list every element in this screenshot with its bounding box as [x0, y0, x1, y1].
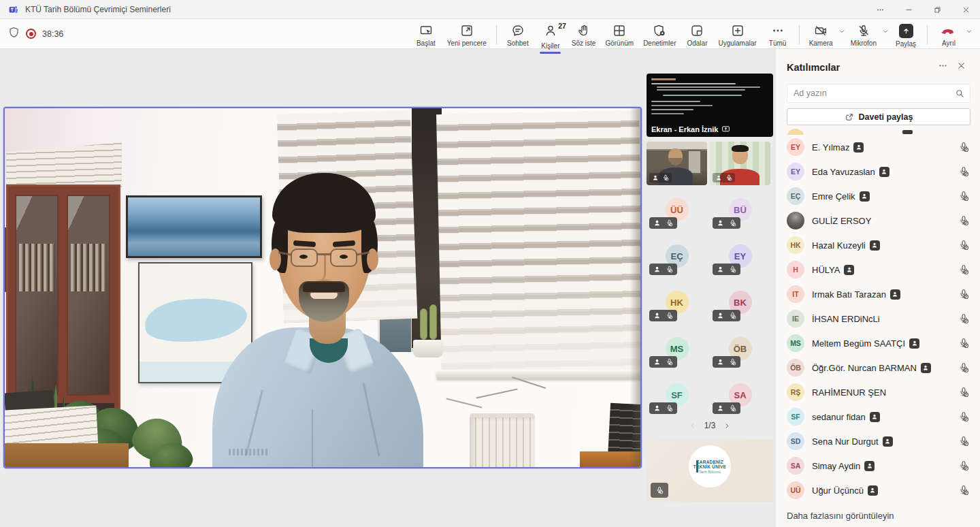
participant-tile[interactable]: SF — [647, 373, 707, 417]
share-button[interactable]: Paylaş — [889, 22, 922, 48]
avatar: SA — [787, 457, 804, 475]
attendee-badge-icon — [890, 289, 900, 300]
chat-button[interactable]: Sohbet — [502, 22, 534, 47]
mic-muted-icon — [958, 313, 969, 324]
toolbar-buttons: Başlat Yeni pencere Sohbet 27 Kişiler S — [410, 22, 973, 50]
search-input[interactable] — [787, 89, 970, 98]
panel-more-button[interactable] — [934, 59, 952, 76]
mic-chevron-icon[interactable] — [881, 27, 889, 35]
meeting-toolbar: 38:36 Başlat Yeni pencere Sohbet 27 — [0, 19, 980, 49]
tile-status-overlay — [649, 310, 677, 321]
mic-muted-icon — [958, 411, 969, 422]
chat-icon — [511, 24, 525, 37]
avatar: EY — [787, 163, 804, 180]
participant-tile[interactable]: EY — [710, 234, 770, 278]
participant-row[interactable]: GULİZ ERSOY — [776, 208, 980, 233]
teams-logo-icon — [8, 4, 19, 15]
page-prev-icon[interactable] — [689, 422, 696, 430]
participant-tile[interactable]: EÇ — [647, 234, 707, 278]
mic-muted-icon — [666, 404, 673, 412]
screen-start-icon — [419, 24, 433, 37]
university-logo-tile[interactable]: KARADENİZ TEKNİK ÜNİVE Tarih Bölümü — [647, 439, 773, 502]
participant-list: EY E. Yılmaz EY Eda Yavuzaslan EÇ Emre Ç… — [776, 135, 980, 502]
video-status-overlay — [713, 173, 735, 182]
mic-muted-icon — [958, 166, 969, 177]
attendee-badge-icon — [652, 174, 659, 181]
panel-close-button[interactable] — [952, 59, 970, 76]
toolbar-divider — [496, 25, 497, 44]
mic-muted-icon — [958, 142, 969, 153]
avatar: IE — [787, 310, 804, 328]
participant-tile[interactable]: HK — [647, 281, 707, 324]
attendee-badge-icon — [715, 174, 722, 181]
share-invite-button[interactable]: Daveti paylaş — [787, 108, 970, 125]
camera-chevron-icon[interactable] — [838, 27, 846, 35]
controls-button[interactable]: Denetimler — [638, 22, 681, 47]
cactus-plant — [417, 304, 440, 341]
titlebar-more-button[interactable] — [866, 0, 894, 19]
recording-indicator-icon — [26, 29, 36, 39]
clipped-participant-row — [776, 127, 980, 135]
participant-tile[interactable]: BÜ — [710, 188, 770, 231]
main-speaker-video[interactable]: Erkan Iznik — [3, 107, 642, 468]
attendee-badge-icon — [921, 363, 931, 373]
participant-video-thumbnail[interactable] — [710, 142, 770, 185]
participant-tile[interactable]: SA — [710, 373, 770, 417]
people-button[interactable]: 27 Kişiler — [534, 22, 567, 50]
participant-row[interactable]: SF sedanur fidan — [776, 404, 980, 429]
start-button[interactable]: Başlat — [410, 22, 442, 47]
avatar: MS — [787, 334, 804, 352]
panel-header: Katılımcılar — [776, 49, 980, 82]
leave-chevron-icon[interactable] — [965, 27, 973, 35]
participant-tile[interactable]: BK — [710, 281, 770, 324]
participant-row[interactable]: H HÜLYA — [776, 257, 980, 282]
participant-row[interactable]: RŞ RAHİMENUR ŞEN — [776, 380, 980, 404]
attendee-badge-icon — [653, 312, 661, 319]
restore-button[interactable] — [923, 0, 951, 19]
mic-muted-icon — [958, 460, 969, 471]
window-controls — [866, 0, 980, 19]
mic-off-icon — [857, 24, 870, 37]
participant-video-thumbnail[interactable] — [647, 142, 707, 185]
leave-button[interactable]: Ayrıl — [932, 22, 965, 47]
new-window-icon — [460, 24, 474, 37]
minimize-button[interactable] — [894, 0, 923, 19]
window-sill — [436, 370, 642, 379]
more-button[interactable]: Tümü — [762, 22, 794, 47]
screenshare-thumbnail[interactable]: Ekran - Erkan İznik — [647, 74, 773, 137]
raise-hand-button[interactable]: Söz iste — [567, 22, 601, 47]
participant-row[interactable]: ÖB Öğr.Gör. Nurcan BARMAN — [776, 355, 980, 380]
speaker-eye — [340, 255, 348, 259]
camera-button[interactable]: Kamera — [804, 22, 838, 47]
participant-row[interactable]: IT Irmak Batı Tarazan — [776, 282, 980, 306]
shield-gear-icon — [653, 24, 666, 37]
apps-button[interactable]: Uygulamalar — [713, 22, 761, 47]
mic-button[interactable]: Mikrofon — [846, 22, 881, 47]
participant-row[interactable]: MS Meltem Begüm SAATÇI — [776, 331, 980, 355]
participant-tile[interactable]: MS — [647, 327, 707, 370]
page-next-icon[interactable] — [723, 422, 731, 430]
share-screen-icon — [899, 24, 913, 38]
show-more-link[interactable]: Daha fazlasını görüntüleyin — [776, 502, 980, 527]
tile-status-overlay — [651, 483, 668, 498]
participant-tile[interactable]: ÖB — [710, 327, 770, 370]
participant-row[interactable]: EÇ Emre Çelik — [776, 184, 980, 208]
participant-tile[interactable]: ÜÜ — [647, 188, 707, 231]
view-button[interactable]: Görünüm — [600, 22, 638, 47]
close-button[interactable] — [951, 0, 980, 19]
participant-row[interactable]: EY E. Yılmaz — [776, 135, 980, 159]
tile-status-overlay — [649, 217, 677, 229]
titlebar: KTÜ Tarih Bölümü Çevrimiçi Seminerleri — [0, 0, 980, 19]
participant-row[interactable]: SD Sena Nur Durgut — [776, 429, 980, 453]
participant-row[interactable]: HK Hazal Kuzeyli — [776, 233, 980, 257]
tile-status-overlay — [713, 217, 740, 229]
rooms-button[interactable]: Odalar — [681, 22, 713, 47]
attendee-badge-icon — [653, 266, 661, 273]
participant-row[interactable]: UÜ Uğur Üçüncü — [776, 478, 980, 502]
participant-row[interactable]: EY Eda Yavuzaslan — [776, 159, 980, 184]
new-window-button[interactable]: Yeni pencere — [442, 22, 491, 47]
screenshare-icon — [721, 125, 730, 133]
tile-status-overlay — [649, 356, 677, 368]
participant-row[interactable]: SA Simay Aydin — [776, 453, 980, 478]
participant-row[interactable]: IE İHSAN ERDiNcLi — [776, 306, 980, 331]
